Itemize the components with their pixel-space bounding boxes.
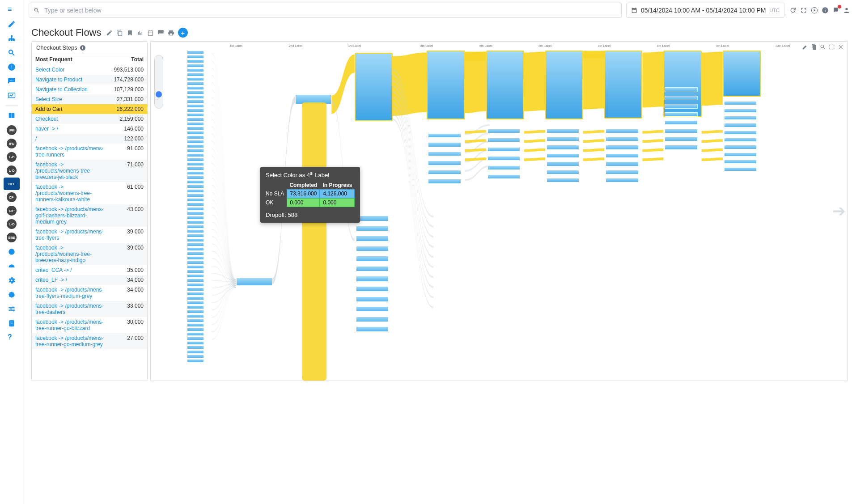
table-row[interactable]: facebook -> /products/mens-tree-dashers3…	[32, 301, 147, 317]
table-row[interactable]: facebook -> /products/mens-tree-runner-g…	[32, 333, 147, 349]
step-link[interactable]: facebook -> /products/womens-tree-breeze…	[35, 245, 92, 263]
step-link[interactable]: facebook -> /products/womens-tree-runner…	[35, 184, 92, 203]
sankey-node[interactable]	[606, 153, 638, 158]
sankey-node[interactable]	[606, 161, 638, 166]
sankey-node[interactable]	[547, 137, 579, 141]
sankey-node[interactable]	[606, 145, 638, 149]
sankey-node[interactable]	[427, 51, 465, 119]
global-search[interactable]	[29, 3, 622, 18]
step-link[interactable]: naver -> /	[35, 126, 58, 132]
pencil-icon[interactable]	[4, 18, 20, 30]
sankey-node[interactable]	[356, 326, 389, 332]
print-icon[interactable]	[168, 30, 174, 36]
sankey-node[interactable]	[356, 246, 389, 251]
step-link[interactable]: Checkout	[35, 116, 58, 122]
step-link[interactable]: /	[35, 136, 37, 142]
alert-icon[interactable]	[4, 61, 20, 73]
sankey-node[interactable]	[724, 116, 757, 120]
refresh-button[interactable]	[789, 6, 797, 14]
sankey-node[interactable]	[236, 278, 272, 286]
sankey-node[interactable]	[724, 160, 757, 164]
sankey-node[interactable]	[428, 179, 461, 183]
sankey-node[interactable]	[487, 129, 520, 133]
gear-icon[interactable]	[4, 274, 20, 287]
nav-tag-ifm[interactable]: IFM	[4, 124, 20, 136]
sankey-node[interactable]	[665, 96, 697, 100]
nav-tag-sbe[interactable]: SBE	[4, 231, 20, 244]
step-link[interactable]: facebook -> /products/mens-tree-runners	[35, 145, 103, 158]
panel-expand-icon[interactable]	[829, 44, 835, 50]
sankey-chart[interactable]: 1st Label2nd Label3rd Label4th Label5th …	[151, 42, 848, 381]
sankey-node[interactable]	[665, 145, 697, 149]
zoom-slider[interactable]	[154, 55, 163, 109]
panel-zoom-icon[interactable]	[820, 44, 826, 50]
table-row[interactable]: facebook -> /products/mens-golf-dashers-…	[32, 204, 147, 227]
comment-icon[interactable]	[157, 30, 164, 36]
sankey-node[interactable]	[724, 109, 757, 113]
nav-tag-l-o[interactable]: L-O	[4, 218, 20, 230]
table-row[interactable]: facebook -> /products/womens-tree-breeze…	[32, 160, 147, 182]
sankey-node[interactable]	[356, 276, 389, 281]
step-link[interactable]: facebook -> /products/mens-golf-dashers-…	[35, 206, 103, 225]
next-arrow[interactable]: ➔	[832, 202, 846, 220]
table-row[interactable]: Select Size27,331.000	[32, 94, 147, 104]
step-link[interactable]: Add to Cart	[35, 106, 63, 112]
sankey-node[interactable]	[356, 266, 389, 271]
table-row[interactable]: Select Color993,513.000	[32, 65, 147, 75]
table-row[interactable]: facebook -> /products/mens-tree-flyers39…	[32, 227, 147, 243]
sankey-node[interactable]	[724, 123, 757, 127]
sankey-node[interactable]	[428, 133, 461, 138]
step-link[interactable]: facebook -> /products/mens-tree-flyers-m…	[35, 287, 103, 299]
sankey-node[interactable]	[356, 256, 389, 261]
sankey-node[interactable]	[428, 170, 461, 174]
sankey-node[interactable]	[356, 236, 389, 241]
table-row[interactable]: facebook -> /products/mens-tree-runner-g…	[32, 317, 147, 333]
play-button[interactable]	[810, 6, 818, 14]
sankey-node[interactable]	[606, 170, 638, 174]
table-row[interactable]: facebook -> /products/womens-tree-breeze…	[32, 243, 147, 265]
sankey-node[interactable]	[487, 156, 520, 161]
panel-close-icon[interactable]	[838, 44, 844, 50]
step-link[interactable]: facebook -> /products/womens-tree-breeze…	[35, 161, 92, 180]
sankey-node[interactable]	[606, 129, 638, 133]
help-icon[interactable]: ?	[4, 331, 20, 344]
sankey-node[interactable]	[356, 317, 389, 322]
sankey-node[interactable]	[724, 131, 757, 135]
info-button[interactable]	[821, 6, 829, 14]
info-icon[interactable]: i	[80, 45, 85, 51]
sankey-node[interactable]	[724, 152, 757, 157]
sankey-node[interactable]	[428, 161, 461, 165]
step-link[interactable]: facebook -> /products/mens-tree-dashers	[35, 303, 103, 315]
table-row[interactable]: Checkout2,159.000	[32, 114, 147, 124]
sankey-node[interactable]	[547, 178, 579, 182]
panel-edit-icon[interactable]	[802, 44, 808, 50]
step-link[interactable]: facebook -> /products/mens-tree-runner-g…	[35, 335, 103, 347]
sankey-node[interactable]	[604, 51, 642, 119]
table-row[interactable]: /122.000	[32, 134, 147, 144]
nav-tag-l-o[interactable]: L-O	[4, 164, 20, 177]
user-menu[interactable]	[843, 6, 851, 14]
step-link[interactable]: facebook -> /products/mens-tree-runner-g…	[35, 319, 103, 331]
copy-icon[interactable]	[116, 30, 123, 36]
sitemap-icon[interactable]	[4, 32, 20, 45]
sankey-node[interactable]	[665, 137, 697, 141]
step-link[interactable]: Select Size	[35, 96, 62, 102]
search-input[interactable]	[43, 6, 617, 14]
chat-icon[interactable]	[4, 75, 20, 88]
sankey-node[interactable]	[665, 120, 697, 125]
sankey-node[interactable]	[547, 145, 579, 149]
book-icon[interactable]	[4, 110, 20, 122]
sankey-node[interactable]	[547, 153, 579, 158]
step-link[interactable]: Select Color	[35, 67, 64, 73]
table-row[interactable]: Add to Cart26,222.000	[32, 104, 147, 114]
docs-icon[interactable]	[4, 317, 20, 330]
table-row[interactable]: Navigate to Collection107,129.000	[32, 85, 147, 94]
nav-tag-l-c[interactable]: L-C	[4, 151, 20, 163]
table-row[interactable]: facebook -> /products/mens-tree-flyers-m…	[32, 285, 147, 301]
dashboard-icon[interactable]	[4, 89, 20, 102]
edit-icon[interactable]	[106, 30, 113, 36]
step-link[interactable]: Navigate to Product	[35, 76, 82, 83]
sankey-node[interactable]	[606, 178, 638, 182]
bookmark-icon[interactable]	[127, 30, 133, 36]
nav-tag-cip[interactable]: CIP	[4, 204, 20, 217]
